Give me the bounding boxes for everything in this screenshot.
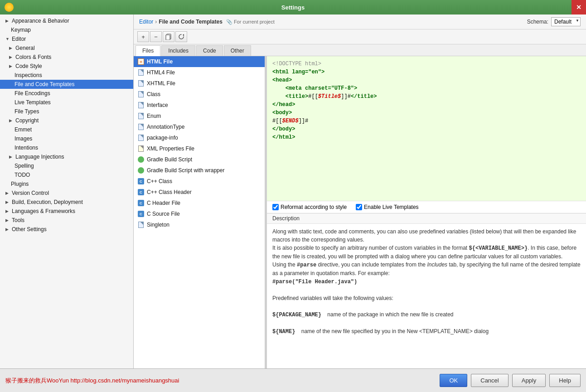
file-item-interface[interactable]: Interface [134, 100, 265, 111]
file-icon-page [137, 221, 145, 228]
sidebar-item-colors-&-fonts[interactable]: ▶Colors & Fonts [0, 53, 133, 62]
file-item-class[interactable]: Class [134, 89, 265, 100]
sidebar-item-emmet[interactable]: Emmet [0, 125, 133, 134]
schema-label: Schema: [527, 19, 548, 25]
sidebar-item-other-settings[interactable]: ▶Other Settings [0, 225, 133, 234]
schema-select-wrap[interactable]: Default [551, 17, 581, 26]
file-item-annotationtype[interactable]: AnnotationType [134, 121, 265, 132]
sidebar-item-plugins[interactable]: Plugins [0, 179, 133, 189]
help-button[interactable]: Help [549, 374, 581, 387]
sidebar-arrow: ▶ [9, 64, 15, 68]
file-item-c-source-file[interactable]: CC Source File [134, 208, 265, 219]
main-container: ▶Appearance & BehaviorKeymap▼Editor▶Gene… [0, 15, 586, 368]
sidebar-item-spelling[interactable]: Spelling [0, 161, 133, 170]
sidebar-item-keymap[interactable]: Keymap [0, 25, 133, 34]
file-item-singleton[interactable]: Singleton [134, 219, 265, 230]
sidebar-arrow: ▶ [5, 209, 11, 213]
code-line-3: <head> [272, 76, 581, 84]
file-name: XML Properties File [147, 145, 194, 152]
add-button[interactable]: + [137, 31, 149, 42]
sidebar-arrow: ▶ [5, 218, 11, 223]
file-item-c++-class-header[interactable]: CC++ Class Header [134, 187, 265, 198]
check-area: Reformat according to style Enable Live … [267, 201, 586, 213]
sidebar-item-file-and-code-templates[interactable]: File and Code Templates [0, 80, 133, 89]
breadcrumb-separator: › [155, 19, 157, 25]
sidebar-item-build,-execution,-deployment[interactable]: ▶Build, Execution, Deployment [0, 198, 133, 207]
sidebar-item-live-templates[interactable]: Live Templates [0, 98, 133, 107]
file-item-c-header-file[interactable]: CC Header File [134, 198, 265, 208]
button-row: OK Cancel Apply Help [440, 374, 581, 387]
file-item-package-info[interactable]: package-info [134, 132, 265, 143]
sidebar-item-file-types[interactable]: File Types [0, 107, 133, 116]
reformat-label[interactable]: Reformat according to style [272, 204, 347, 210]
sidebar: ▶Appearance & BehaviorKeymap▼Editor▶Gene… [0, 15, 134, 368]
file-item-gradle-build-script[interactable]: Gradle Build Script [134, 154, 265, 165]
sidebar-item-editor[interactable]: ▼Editor [0, 34, 133, 44]
sidebar-item-version-control[interactable]: ▶Version Control [0, 189, 133, 198]
sidebar-item-label: Language Injections [15, 154, 64, 160]
code-editor[interactable]: <!DOCTYPE html> <html lang="en"> <head> … [267, 56, 586, 201]
tab-includes[interactable]: Includes [161, 45, 195, 56]
sidebar-item-language-injections[interactable]: ▶Language Injections [0, 152, 133, 161]
file-icon-page [137, 80, 145, 87]
breadcrumb-parent[interactable]: Editor [139, 19, 153, 25]
breadcrumb-bar: Editor › File and Code Templates 📎 For c… [134, 15, 586, 29]
window-title: Settings [281, 4, 305, 11]
sidebar-item-inspections[interactable]: Inspections [0, 71, 133, 80]
sidebar-item-label: Version Control [12, 190, 49, 196]
file-icon-page [137, 134, 145, 141]
sidebar-item-label: Colors & Fonts [15, 54, 51, 60]
sidebar-arrow: ▶ [9, 46, 15, 50]
copy-button[interactable] [163, 31, 174, 42]
sidebar-item-label: Emmet [15, 126, 32, 133]
file-name: package-info [147, 135, 178, 141]
close-button[interactable]: ✕ [571, 0, 586, 15]
sidebar-item-languages-&-frameworks[interactable]: ▶Languages & Frameworks [0, 207, 133, 216]
sidebar-item-copyright[interactable]: ▶Copyright [0, 116, 133, 125]
ok-button[interactable]: OK [440, 374, 467, 387]
reset-button[interactable] [175, 31, 187, 42]
sidebar-arrow: ▶ [5, 200, 11, 204]
code-line-1: <!DOCTYPE html> [272, 60, 581, 68]
sidebar-item-file-encodings[interactable]: File Encodings [0, 89, 133, 98]
reformat-text: Reformat according to style [281, 204, 347, 210]
apply-button[interactable]: Apply [512, 374, 546, 387]
file-item-gradle-build-script-with-wrapper[interactable]: Gradle Build Script with wrapper [134, 165, 265, 176]
file-item-xml-properties-file[interactable]: XML Properties File [134, 143, 265, 154]
file-icon-xml [137, 145, 145, 152]
tab-code[interactable]: Code [196, 45, 223, 56]
sidebar-item-images[interactable]: Images [0, 134, 133, 143]
file-item-xhtml-file[interactable]: XHTML File [134, 78, 265, 89]
file-item-html4-file[interactable]: HTML4 File [134, 67, 265, 78]
tabs-bar: FilesIncludesCodeOther [134, 44, 586, 56]
project-indicator: 📎 For current project [226, 19, 275, 25]
tab-files[interactable]: Files [136, 45, 160, 56]
file-name: Enum [147, 113, 161, 119]
file-name: HTML4 File [147, 69, 175, 76]
tab-other[interactable]: Other [224, 45, 251, 56]
file-item-enum[interactable]: Enum [134, 111, 265, 121]
file-name: Gradle Build Script with wrapper [147, 167, 224, 174]
description-body: Along with static text, code and comment… [267, 223, 586, 368]
cancel-button[interactable]: Cancel [471, 374, 508, 387]
live-templates-label[interactable]: Enable Live Templates [356, 204, 419, 210]
file-item-c++-class[interactable]: CC++ Class [134, 176, 265, 187]
sidebar-item-label: File and Code Templates [15, 81, 75, 87]
code-area: <!DOCTYPE html> <html lang="en"> <head> … [267, 56, 586, 368]
sidebar-item-tools[interactable]: ▶Tools [0, 216, 133, 225]
sidebar-item-code-style[interactable]: ▶Code Style [0, 62, 133, 71]
schema-area: Schema: Default [527, 17, 581, 26]
sidebar-item-appearance-&-behavior[interactable]: ▶Appearance & Behavior [0, 16, 133, 25]
schema-dropdown[interactable]: Default [551, 17, 581, 26]
sidebar-item-label: Images [15, 136, 32, 142]
sidebar-item-general[interactable]: ▶General [0, 44, 133, 53]
remove-button[interactable]: − [150, 31, 162, 42]
sidebar-item-intentions[interactable]: Intentions [0, 143, 133, 152]
live-templates-checkbox[interactable] [356, 204, 362, 210]
file-name: XHTML File [147, 80, 175, 87]
reformat-checkbox[interactable] [272, 204, 279, 210]
code-line-8: #[[$END$]]# [272, 117, 581, 125]
file-item-html-file[interactable]: HHTML File [134, 56, 265, 67]
sidebar-item-todo[interactable]: TODO [0, 170, 133, 179]
sidebar-item-label: Inspections [15, 72, 42, 78]
